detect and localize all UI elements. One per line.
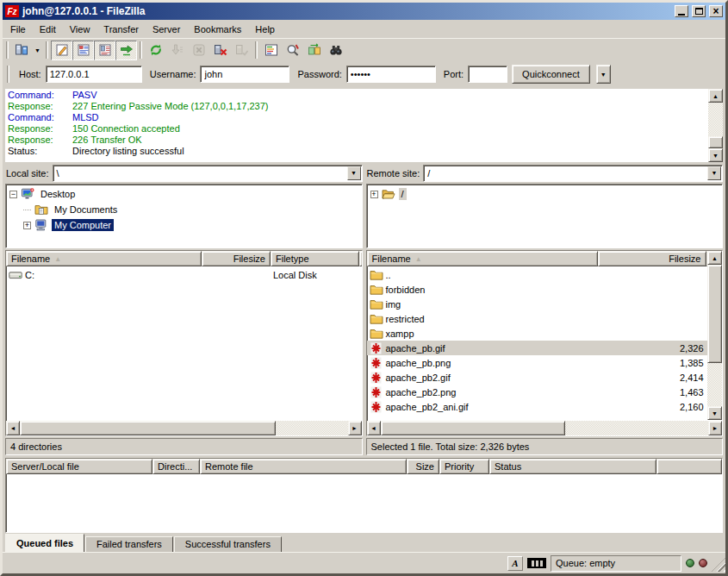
desktop-icon: [21, 187, 34, 201]
close-button[interactable]: ×: [709, 5, 723, 17]
scroll-left-icon[interactable]: ◄: [367, 421, 381, 435]
quickconnect-dropdown[interactable]: ▼: [596, 65, 611, 84]
expand-icon[interactable]: +: [370, 191, 378, 198]
tab-queued-files[interactable]: Queued files: [5, 534, 84, 552]
local-hscrollbar[interactable]: ◄ ►: [6, 421, 362, 435]
site-manager-button[interactable]: [10, 41, 32, 60]
log-line: Response:226 Transfer OK: [5, 135, 707, 146]
process-queue-icon: [171, 43, 184, 57]
tree-item-desktop[interactable]: −Desktop: [7, 186, 361, 202]
toggle-message-log-button[interactable]: [51, 41, 72, 60]
tree-item-my-computer[interactable]: +My Computer: [7, 217, 361, 233]
collapse-icon[interactable]: −: [9, 191, 17, 198]
menu-bookmarks[interactable]: Bookmarks: [187, 22, 248, 37]
toggle-transfer-queue-button[interactable]: [115, 41, 137, 60]
password-input[interactable]: [346, 66, 436, 83]
remote-vscrollbar[interactable]: ▲ ▼: [707, 251, 722, 420]
file-row-img[interactable]: img: [367, 297, 708, 311]
file-name: img: [386, 299, 401, 310]
file-row-apache-pb2-gif[interactable]: apache_pb2.gif2,414: [367, 370, 708, 385]
directory-comparison-button[interactable]: [303, 41, 325, 60]
local-file-list: C:Local Disk: [6, 266, 362, 420]
minimize-button[interactable]: [675, 5, 688, 17]
scroll-thumb[interactable]: [707, 265, 722, 363]
remote-hscrollbar[interactable]: ◄ ►: [367, 421, 723, 435]
column-header-filename[interactable]: Filename▲: [367, 251, 598, 266]
menu-server[interactable]: Server: [146, 22, 187, 37]
file-row-c[interactable]: C:Local Disk: [6, 267, 362, 282]
toggle-local-tree-button[interactable]: [72, 41, 94, 60]
site-manager-dropdown[interactable]: ▼: [32, 41, 43, 60]
scroll-right-icon[interactable]: ►: [708, 421, 722, 435]
quickconnect-button[interactable]: Quickconnect: [512, 65, 590, 84]
chevron-down-icon[interactable]: ▼: [707, 166, 721, 180]
column-header-filetype[interactable]: Filetype: [271, 251, 359, 266]
scroll-left-icon[interactable]: ◄: [6, 421, 20, 435]
column-header-filename[interactable]: Filename▲: [6, 251, 202, 266]
column-header-label: Filesize: [669, 254, 700, 264]
column-header-filesize[interactable]: Filesize: [202, 251, 271, 266]
file-name-cell: C:: [6, 268, 202, 282]
remote-site-combo[interactable]: / ▼: [423, 165, 723, 182]
menu-help[interactable]: Help: [248, 22, 282, 37]
maximize-button[interactable]: [692, 5, 706, 17]
menu-transfer[interactable]: Transfer: [96, 22, 146, 37]
tab-failed-transfers[interactable]: Failed transfers: [85, 536, 173, 552]
menu-view[interactable]: View: [63, 22, 97, 37]
drive-icon: [9, 268, 22, 282]
scroll-thumb[interactable]: [708, 136, 723, 148]
scroll-right-icon[interactable]: ►: [348, 421, 362, 435]
filename-filters-button[interactable]: [282, 41, 303, 60]
site-manager-icon: [15, 43, 28, 57]
column-header-remote-file[interactable]: Remote file: [200, 459, 407, 474]
expand-icon[interactable]: +: [23, 222, 31, 229]
site-panes: Local site: \ ▼ −DesktopMy Documents+My …: [3, 163, 725, 250]
menu-file[interactable]: File: [3, 22, 33, 37]
file-row-apache-pb2-ani-gif[interactable]: apache_pb2_ani.gif2,160: [367, 399, 708, 414]
scroll-down-icon[interactable]: ▼: [707, 406, 722, 420]
resize-grip[interactable]: [712, 558, 725, 572]
tab-successful-transfers[interactable]: Successful transfers: [174, 536, 282, 552]
column-header-size[interactable]: Size: [407, 459, 439, 474]
scroll-up-icon[interactable]: ▲: [708, 89, 723, 103]
disconnect-button[interactable]: [209, 41, 231, 60]
file-row-item[interactable]: ..: [367, 267, 708, 282]
column-header-priority[interactable]: Priority: [439, 459, 489, 474]
file-row-forbidden[interactable]: forbidden: [367, 282, 708, 297]
directory-listing-button[interactable]: [260, 41, 282, 60]
scroll-thumb[interactable]: [20, 421, 276, 435]
file-row-xampp[interactable]: xampp: [367, 326, 708, 341]
file-name: apache_pb2.gif: [386, 373, 451, 383]
file-name: apache_pb.png: [386, 358, 451, 368]
host-input[interactable]: [46, 66, 142, 83]
speed-limits-icon[interactable]: [527, 558, 546, 568]
file-row-apache-pb-gif[interactable]: apache_pb.gif2,326: [367, 341, 708, 355]
file-row-apache-pb2-png[interactable]: apache_pb2.png1,463: [367, 385, 708, 399]
username-input[interactable]: [200, 66, 289, 83]
scroll-up-icon[interactable]: ▲: [707, 251, 722, 265]
local-site-combo[interactable]: \ ▼: [53, 165, 363, 182]
scroll-thumb[interactable]: [381, 421, 566, 435]
column-header-status[interactable]: Status: [489, 459, 656, 474]
menu-edit[interactable]: Edit: [33, 22, 63, 37]
refresh-button[interactable]: [145, 41, 166, 60]
scroll-down-icon[interactable]: ▼: [708, 148, 723, 162]
tree-item-my-documents[interactable]: My Documents: [7, 202, 361, 217]
file-row-apache-pb-png[interactable]: apache_pb.png1,385: [367, 355, 708, 370]
column-header-l[interactable]: L: [359, 251, 363, 266]
folder-icon: [370, 327, 383, 341]
chevron-down-icon[interactable]: ▼: [347, 166, 361, 180]
column-header-server-local-file[interactable]: Server/Local file: [6, 459, 152, 474]
find-files-button[interactable]: [325, 41, 346, 60]
folder-icon: [370, 268, 383, 282]
file-row-restricted[interactable]: restricted: [367, 311, 708, 326]
column-header-filesize[interactable]: Filesize: [598, 251, 706, 266]
log-vscrollbar[interactable]: ▲ ▼: [708, 89, 723, 162]
tree-item-item[interactable]: +/: [368, 186, 722, 202]
queue-status-panel: Queue: empty: [551, 555, 681, 572]
column-header-directi[interactable]: Directi...: [152, 459, 200, 474]
toggle-remote-tree-button[interactable]: [94, 41, 115, 60]
port-input[interactable]: [468, 66, 507, 83]
filename-filters-icon: [286, 43, 300, 57]
data-type-indicator-icon[interactable]: A: [507, 556, 523, 571]
